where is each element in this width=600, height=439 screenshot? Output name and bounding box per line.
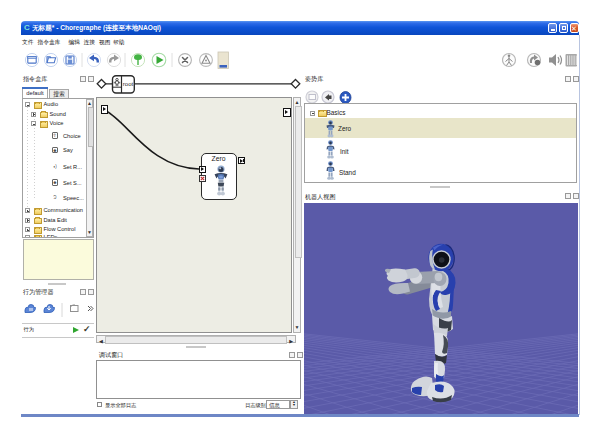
svg-text:root: root	[123, 81, 134, 87]
